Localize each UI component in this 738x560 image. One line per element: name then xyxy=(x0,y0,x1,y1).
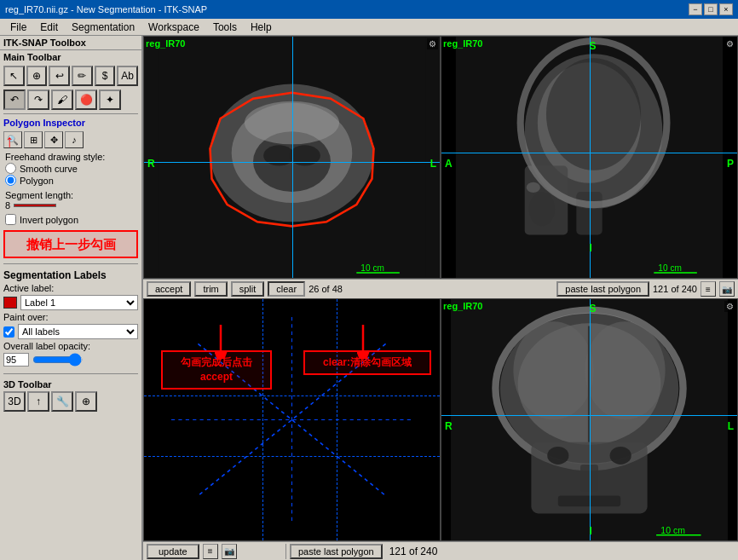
vp-br-R: R xyxy=(445,420,453,432)
left-panel: ITK-SNAP Toolbox Main Toolbar ↖ ⊕ ↩ ✏ $ … xyxy=(0,36,143,560)
segmentation-labels-section: Segmentation Labels Active label: Label … xyxy=(0,266,141,372)
invert-checkbox[interactable] xyxy=(5,214,16,225)
inspector-move[interactable]: ✥ xyxy=(44,131,63,148)
top-right-counter: 121 of 240 xyxy=(653,284,697,294)
paint-over-dropdown[interactable]: All labels xyxy=(18,324,138,339)
tool-3d[interactable]: ✦ xyxy=(99,89,121,110)
bottom-paste-button[interactable]: paste last polygon xyxy=(290,544,383,559)
menu-file[interactable]: File xyxy=(3,20,33,35)
minimize-button[interactable]: − xyxy=(689,3,702,15)
svg-text:10 cm: 10 cm xyxy=(360,263,384,273)
tool-text[interactable]: Ab xyxy=(117,66,138,86)
vp-tr-A: A xyxy=(445,158,453,170)
window-title: reg_IR70.nii.gz - New Segmentation - ITK… xyxy=(5,4,207,14)
dashed-v-bl xyxy=(262,299,263,540)
vp-tr-icon: ⚙ xyxy=(724,38,735,49)
svg-point-40 xyxy=(585,321,665,419)
tool-undo[interactable]: ↶ xyxy=(3,89,26,110)
vp-tr-S: S xyxy=(590,40,597,52)
3d-tool3[interactable]: 🔧 xyxy=(51,391,73,412)
menu-edit[interactable]: Edit xyxy=(33,20,65,35)
vp-br-label: reg_IR70 xyxy=(443,301,482,311)
bottom-bar: update ≡ 📷 paste last polygon 121 of 240 xyxy=(143,541,738,560)
tool-redo[interactable]: ↷ xyxy=(27,89,49,110)
polygon-radio[interactable] xyxy=(5,175,16,186)
opacity-slider[interactable] xyxy=(32,353,84,367)
maximize-button[interactable]: □ xyxy=(704,3,718,15)
opacity-input[interactable] xyxy=(3,353,29,367)
trim-button[interactable]: trim xyxy=(194,281,227,297)
vp-icon-1[interactable]: ≡ xyxy=(701,281,716,297)
slider-container: 8 xyxy=(5,200,136,211)
draw-style-section: Freehand drawing style: Smooth curve Pol… xyxy=(0,150,141,188)
svg-point-35 xyxy=(547,447,568,465)
label-color-box xyxy=(3,297,17,309)
3d-tool4[interactable]: ⊕ xyxy=(75,391,97,412)
paste-last-polygon-button[interactable]: paste last polygon xyxy=(556,281,649,297)
vp-tl-L: L xyxy=(430,158,436,170)
toolbar-3d-row: 3D ↑ 🔧 ⊕ xyxy=(3,391,138,412)
paint-over-row: All labels xyxy=(3,324,138,339)
svg-text:10 cm: 10 cm xyxy=(658,263,682,273)
close-button[interactable]: × xyxy=(719,3,733,15)
vp-icon-2[interactable]: 📷 xyxy=(719,281,735,297)
smooth-curve-radio[interactable] xyxy=(5,163,16,174)
tool-zoom[interactable]: ⊕ xyxy=(26,66,48,86)
svg-point-39 xyxy=(513,321,593,419)
crosshair-v-tl xyxy=(292,37,293,278)
tool-paint[interactable]: 🖌 xyxy=(51,89,73,110)
bottom-icon-1[interactable]: ≡ xyxy=(203,544,218,559)
menu-tools[interactable]: Tools xyxy=(206,20,244,35)
segment-length-value: 8 xyxy=(5,200,10,211)
inspector-music[interactable]: ♪ xyxy=(65,131,84,148)
tool-polygon[interactable]: 🔴 xyxy=(75,89,97,110)
menu-help[interactable]: Help xyxy=(244,20,279,35)
toolbar-3d-section: 3D Toolbar 3D ↑ 🔧 ⊕ xyxy=(0,376,141,415)
3d-tool2[interactable]: ↑ xyxy=(27,391,49,412)
main-toolbar-row2: ↶ ↷ 🖌 🔴 ✦ xyxy=(0,88,141,112)
separator3 xyxy=(3,373,138,374)
bottom-icon-2[interactable]: 📷 xyxy=(222,544,237,559)
svg-text:10 cm: 10 cm xyxy=(660,526,685,535)
toolbox-title: ITK-SNAP Toolbox xyxy=(0,36,141,50)
tool-pan[interactable]: ↩ xyxy=(49,66,70,86)
segment-length-slider[interactable] xyxy=(14,204,56,207)
label-dropdown[interactable]: Label 1 xyxy=(20,295,138,310)
active-label-text: Active label: xyxy=(3,283,138,293)
window-controls: − □ × xyxy=(689,3,733,15)
accept-button[interactable]: accept xyxy=(147,281,191,297)
split-button[interactable]: split xyxy=(231,281,265,297)
polygon-inspector-title: Polygon Inspector xyxy=(0,116,141,130)
title-bar: reg_IR70.nii.gz - New Segmentation - ITK… xyxy=(0,0,738,19)
menu-segmentation[interactable]: Segmentation xyxy=(65,20,141,35)
segment-length-label: Segment length: xyxy=(5,190,136,200)
bottom-left-section: update ≡ 📷 xyxy=(143,544,286,559)
inspector-grid[interactable]: ⊞ xyxy=(24,131,43,148)
dashed-h2-bl xyxy=(144,456,440,457)
tool-snake[interactable]: $ xyxy=(95,66,116,86)
3d-tool1[interactable]: 3D xyxy=(3,391,26,412)
polygon-option[interactable]: Polygon xyxy=(5,175,136,186)
vp-tl-R: R xyxy=(147,158,155,170)
viewport-top-left[interactable]: reg_IR70 ⚙ R L xyxy=(143,36,441,279)
main-toolbar-label: Main Toolbar xyxy=(0,50,141,64)
polygon-label: Polygon xyxy=(20,176,54,186)
opacity-row xyxy=(3,353,138,367)
tool-annotate[interactable]: ✏ xyxy=(72,66,93,86)
bottom-right-section: paste last polygon 121 of 240 xyxy=(286,544,738,559)
smooth-curve-option[interactable]: Smooth curve xyxy=(5,163,136,174)
paint-over-checkbox[interactable] xyxy=(3,326,14,338)
tool-crosshair[interactable]: ↖ xyxy=(3,66,25,86)
segment-length-section: Segment length: 8 xyxy=(0,188,141,212)
viewport-bottom-left[interactable]: 勾画完成后点击accept clear:清除勾画区域 xyxy=(143,298,441,541)
update-button[interactable]: update xyxy=(147,544,199,559)
vp-br-icon: ⚙ xyxy=(724,301,735,312)
main-layout: ITK-SNAP Toolbox Main Toolbar ↖ ⊕ ↩ ✏ $ … xyxy=(0,36,738,560)
clear-button[interactable]: clear xyxy=(268,281,305,297)
menu-workspace[interactable]: Workspace xyxy=(141,20,206,35)
viewport-top-right[interactable]: reg_IR70 ⚙ S A P I xyxy=(441,36,738,279)
invert-section[interactable]: Invert polygon xyxy=(0,212,141,227)
viewport-bottom-right[interactable]: reg_IR70 ⚙ S R L I xyxy=(441,298,738,541)
arrow-to-accept xyxy=(195,325,246,359)
vp-tl-label: reg_IR70 xyxy=(146,38,185,49)
